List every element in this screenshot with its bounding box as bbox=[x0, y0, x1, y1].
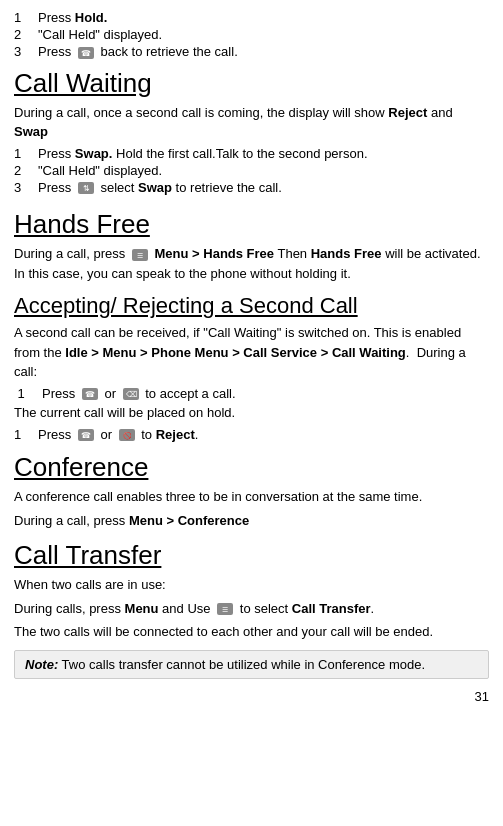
step-number: 1 bbox=[14, 146, 38, 161]
svg-text:☎: ☎ bbox=[81, 431, 91, 440]
accept-reject-section: Accepting/ Rejecting a Second Call A sec… bbox=[14, 293, 489, 442]
step-number: 2 bbox=[14, 163, 38, 178]
ar-current-call-note: The current call will be placed on hold. bbox=[14, 403, 489, 423]
call-waiting-title: Call Waiting bbox=[14, 68, 489, 99]
conference-section: Conference A conference call enables thr… bbox=[14, 452, 489, 530]
cw-step-1: 1 Press Swap. Hold the first call.Talk t… bbox=[14, 146, 489, 161]
step-number: 1 bbox=[14, 10, 38, 25]
note-label: Note: bbox=[25, 657, 58, 672]
swap-icon: ⇅ bbox=[77, 181, 95, 195]
step-content: "Call Held" displayed. bbox=[38, 163, 489, 178]
intro-step-1: 1 Press Hold. bbox=[14, 10, 489, 25]
accept-icon-2: ⌫ bbox=[122, 387, 140, 401]
hands-free-desc: During a call, press ☰ Menu > Hands Free… bbox=[14, 244, 489, 283]
menu-icon: ☰ bbox=[131, 248, 149, 262]
accept-reject-title: Accepting/ Rejecting a Second Call bbox=[14, 293, 489, 319]
page-number: 31 bbox=[14, 689, 489, 704]
step-content: Press Hold. bbox=[38, 10, 489, 25]
intro-step-3: 3 Press ☎ back to retrieve the call. bbox=[14, 44, 489, 60]
hands-free-section: Hands Free During a call, press ☰ Menu >… bbox=[14, 209, 489, 283]
svg-text:☎: ☎ bbox=[81, 49, 91, 58]
call-transfer-desc3: The two calls will be connected to each … bbox=[14, 622, 489, 642]
step-number: 1 bbox=[14, 427, 38, 442]
conference-desc2: During a call, press Menu > Conference bbox=[14, 511, 489, 531]
svg-text:⌫: ⌫ bbox=[125, 390, 136, 399]
cw-step-3: 3 Press ⇅ select Swap to retrieve the ca… bbox=[14, 180, 489, 196]
svg-text:☎: ☎ bbox=[85, 390, 95, 399]
step-content: Press ⇅ select Swap to retrieve the call… bbox=[38, 180, 489, 196]
svg-text:🚫: 🚫 bbox=[122, 431, 131, 440]
menu-select-icon: ☰ bbox=[216, 602, 234, 616]
cw-step-2: 2 "Call Held" displayed. bbox=[14, 163, 489, 178]
ar-step-2: 1 Press ☎ or 🚫 to Reject. bbox=[14, 427, 489, 443]
accept-reject-desc1: A second call can be received, if "Call … bbox=[14, 323, 489, 382]
step-content: Press Swap. Hold the first call.Talk to … bbox=[38, 146, 489, 161]
step-number: 2 bbox=[14, 27, 38, 42]
intro-section: 1 Press Hold. 2 "Call Held" displayed. 3… bbox=[14, 10, 489, 60]
svg-text:☰: ☰ bbox=[222, 606, 228, 613]
hands-free-title: Hands Free bbox=[14, 209, 489, 240]
step-content: Press ☎ back to retrieve the call. bbox=[38, 44, 489, 60]
step-content: Press ☎ or 🚫 to Reject. bbox=[38, 427, 489, 443]
intro-step-2: 2 "Call Held" displayed. bbox=[14, 27, 489, 42]
step-content: Press ☎ or ⌫ to accept a call. bbox=[42, 386, 489, 402]
conference-title: Conference bbox=[14, 452, 489, 483]
call-waiting-section: Call Waiting During a call, once a secon… bbox=[14, 68, 489, 196]
step-number: 3 bbox=[14, 180, 38, 195]
step-content: "Call Held" displayed. bbox=[38, 27, 489, 42]
step-number: 1 bbox=[14, 386, 42, 401]
svg-text:☰: ☰ bbox=[137, 252, 143, 259]
accept-icon-1: ☎ bbox=[81, 387, 99, 401]
reject-icon-2: 🚫 bbox=[118, 428, 136, 442]
svg-text:⇅: ⇅ bbox=[82, 184, 89, 193]
conference-desc1: A conference call enables three to be in… bbox=[14, 487, 489, 507]
note-text: Two calls transfer cannot be utilized wh… bbox=[58, 657, 425, 672]
step-number: 3 bbox=[14, 44, 38, 59]
call-transfer-desc2: During calls, press Menu and Use ☰ to se… bbox=[14, 599, 489, 619]
call-transfer-title: Call Transfer bbox=[14, 540, 489, 571]
call-waiting-desc: During a call, once a second call is com… bbox=[14, 103, 489, 142]
reject-icon-1: ☎ bbox=[77, 428, 95, 442]
phone-icon: ☎ bbox=[77, 46, 95, 60]
call-transfer-section: Call Transfer When two calls are in use:… bbox=[14, 540, 489, 679]
note-box: Note: Two calls transfer cannot be utili… bbox=[14, 650, 489, 679]
call-transfer-desc1: When two calls are in use: bbox=[14, 575, 489, 595]
ar-step-1: 1 Press ☎ or ⌫ to accept a call. bbox=[14, 386, 489, 402]
